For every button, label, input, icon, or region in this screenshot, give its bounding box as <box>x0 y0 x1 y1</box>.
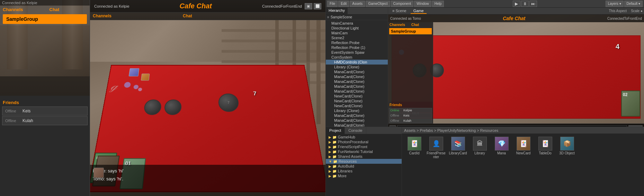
hierarchy-item-eventsystem[interactable]: EventSystem Spaw <box>326 50 388 55</box>
main-header: Connected as Kelpie Cafe Chat ConnectedF… <box>90 0 325 12</box>
game-tab[interactable]: Game <box>411 8 427 14</box>
asset-newcard[interactable]: 🃏 NewCard <box>514 137 533 193</box>
unity-menu-window[interactable]: Window <box>414 1 431 7</box>
friends-section: Friends Offline Keis Offline Kulah <box>0 99 90 126</box>
embedded-name-kelpie: Kelpie <box>403 109 412 112</box>
unity-layers-dropdown[interactable]: Layers ▾ <box>606 1 624 7</box>
channel-group[interactable]: SampleGroup <box>3 14 87 24</box>
hierarchy-item-scene2[interactable]: Scene2 <box>326 35 388 40</box>
console-tab[interactable]: Console <box>345 127 366 134</box>
hierarchy-item-refprobe1[interactable]: Reflection Probe (1) <box>326 45 388 50</box>
folder-libraries[interactable]: ▶ 📁 Libraries <box>326 169 402 173</box>
asset-icon-glyph-library: 🏛 <box>477 140 483 147</box>
hierarchy-tab[interactable]: Hierarchy <box>326 8 348 14</box>
hierarchy-item-mana8[interactable]: ManaCard(Clone) <box>326 123 388 127</box>
connection-header: Connected as Kelpie <box>0 0 90 6</box>
friend-name-kulah: Kulah <box>23 118 33 123</box>
embedded-friend-kulah[interactable]: Offline Kulah <box>389 118 432 123</box>
icon-btn-1[interactable]: ▣ <box>305 3 312 9</box>
unity-menu-assets[interactable]: Assets <box>350 1 365 7</box>
embedded-friends-area: Friends Online Kelpie Offline Keis Offli… <box>388 102 433 123</box>
hierarchy-item-hmdcontrols[interactable]: HMDControls (Clon <box>326 60 388 65</box>
embedded-card-num-02: 02 <box>623 92 627 97</box>
folder-label-shared: Shared Assets <box>338 154 363 159</box>
embedded-card-02: 02 <box>621 91 640 117</box>
unity-menu-gameobject[interactable]: GameObject <box>366 1 390 7</box>
hierarchy-item-maincamera[interactable]: MainCamera <box>326 21 388 26</box>
hierarchy-item-newcard1[interactable]: NewCard(Clone) <box>326 94 388 99</box>
embedded-name-kulah: Kulah <box>403 119 411 122</box>
unity-menu-edit[interactable]: Edit <box>338 1 349 7</box>
asset-icon-cardid: 🃏 <box>408 137 421 151</box>
unity-play-button[interactable]: ▶ <box>513 1 520 7</box>
unity-layout-dropdown[interactable]: Default ▾ <box>624 1 643 7</box>
hierarchy-item-cornsystem[interactable]: CornSystem <box>326 55 388 60</box>
hierarchy-item-mana7[interactable]: ManaCard(Clone) <box>326 118 388 123</box>
asset-library[interactable]: 🏛 Library <box>470 137 489 193</box>
embedded-status-keis: Offline <box>390 114 403 117</box>
embedded-game-container: 4 02 Tomo: says <box>388 15 644 127</box>
hierarchy-item-dirlight[interactable]: Directional Light <box>326 26 388 31</box>
friend-item-kulah[interactable]: Offline Kulah <box>2 116 88 125</box>
unity-pause-button[interactable]: ⏸ <box>521 1 529 7</box>
scene-game-tabs: ≡ Scene Game This Aspect Scale ● <box>388 8 644 15</box>
assets-grid: 🃏 CardId 👤 FriendPresenter 📚 LibraryCard <box>402 134 644 196</box>
asset-icon-glyph-friendpresenter: 👤 <box>432 140 440 147</box>
unity-menu-file[interactable]: File <box>327 1 338 7</box>
card-token-1 <box>129 68 140 77</box>
folder-friendscript[interactable]: ▶ 📁 FriendScriptFront <box>326 144 402 149</box>
unity-menu-help[interactable]: Help <box>432 1 444 7</box>
hierarchy-item-library[interactable]: Library (Clone) <box>326 65 388 69</box>
hierarchy-item-maincam[interactable]: MainCam <box>326 31 388 35</box>
assets-breadcrumb: Assets > Prefabs > PlayerUnityNetworking… <box>402 127 644 134</box>
folder-photon[interactable]: ▶ 📁 PhotonProcedural <box>326 139 402 144</box>
embedded-connected-for: ConnectedToFrontEnd <box>607 17 642 20</box>
embedded-connected-as: Connected as Tomo <box>390 17 421 20</box>
folder-gamehub[interactable]: ▶ 📁 GameHub <box>326 135 402 139</box>
hierarchy-item-mana3[interactable]: ManaCard(Clone) <box>326 79 388 84</box>
swirl-decoration: ℊ <box>110 79 119 93</box>
embedded-chat-send-btn[interactable]: Send <box>628 125 643 127</box>
embedded-channel-spacer <box>388 35 433 102</box>
number-badge-7: 7 <box>253 91 257 97</box>
scene-tab[interactable]: ≡ Scene <box>390 8 409 14</box>
embedded-chat-help-btn[interactable]: ? <box>390 125 396 127</box>
unity-menu-component[interactable]: Component <box>391 1 414 7</box>
hierarchy-item-library2[interactable]: Library (Clone) <box>326 108 388 113</box>
embedded-name-keis: Keis <box>403 114 410 117</box>
project-folder-tree: ▶ 📁 GameHub ▶ 📁 PhotonProcedural ▶ 📁 Fri… <box>326 134 402 196</box>
asset-friendpresenter[interactable]: 👤 FriendPresenter <box>427 137 446 193</box>
hierarchy-item-refprobe[interactable]: Reflection Probe <box>326 40 388 45</box>
embedded-game-render: 4 02 Tomo: says <box>388 15 644 127</box>
asset-3dobject[interactable]: 📦 3D Object <box>557 137 576 193</box>
hierarchy-item-mana5[interactable]: ManaCard(Clone) <box>326 89 388 94</box>
unity-step-button[interactable]: ⏭ <box>529 1 537 7</box>
hierarchy-item-newcard2[interactable]: NewCard(Clone) <box>326 99 388 103</box>
folder-label-photon: PhotonProcedural <box>338 140 368 144</box>
asset-mana[interactable]: 💎 Mana <box>492 137 511 193</box>
embedded-friend-kelpie[interactable]: Online Kelpie <box>389 108 432 113</box>
embedded-channel-group[interactable]: SampleGroup <box>389 28 432 34</box>
asset-icon-glyph-cardid: 🃏 <box>411 140 418 147</box>
embedded-chat-input[interactable] <box>397 125 627 127</box>
folder-funnetworking[interactable]: ▶ 📁 FunNetworki Tutorial <box>326 149 402 154</box>
hierarchy-item-mana4[interactable]: ManaCard(Clone) <box>326 84 388 89</box>
hierarchy-item-mana6[interactable]: ManaCard(Clone) <box>326 113 388 118</box>
friend-item-keis[interactable]: Offline Keis <box>2 106 88 116</box>
hierarchy-item-mana1[interactable]: ManaCard(Clone) <box>326 69 388 74</box>
hierarchy-item-newcard3[interactable]: NewCard(Clone) <box>326 103 388 108</box>
hierarchy-item-mana2[interactable]: ManaCard(Clone) <box>326 74 388 79</box>
project-tab[interactable]: Project <box>326 127 345 134</box>
asset-librarycard[interactable]: 📚 LibraryCard <box>448 137 467 193</box>
folder-more[interactable]: ▶ 📁 More <box>326 173 402 178</box>
asset-tabledo[interactable]: 🃏 TableDo <box>536 137 555 193</box>
folder-shared[interactable]: ▶ 📁 Shared Assets <box>326 154 402 159</box>
folder-resources[interactable]: ▼ 📁 Resources <box>326 159 402 164</box>
icon-btn-2[interactable]: ⬜ <box>314 3 321 9</box>
chat-message-1: Kelpie: says 'hi' <box>93 167 323 175</box>
folder-autobuild[interactable]: ▶ 📁 AutoBuild <box>326 164 402 169</box>
asset-cardid[interactable]: 🃏 CardId <box>405 137 424 193</box>
asset-icon-glyph-tabledo: 🃏 <box>542 140 549 147</box>
embedded-friend-keis[interactable]: Offline Keis <box>389 113 432 118</box>
disc-token-1 <box>143 100 162 115</box>
